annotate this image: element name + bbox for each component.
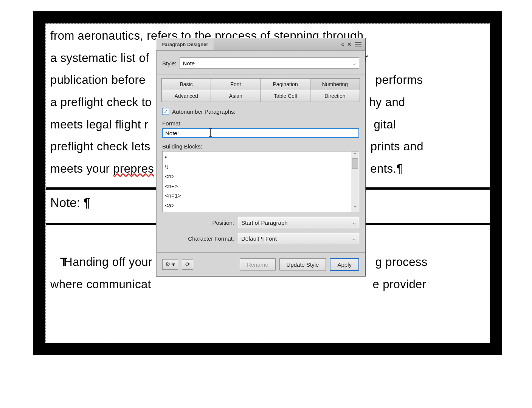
building-blocks-listbox[interactable]: • \t <n> <n+> <n=1> <a> ˄ ˅	[162, 151, 359, 212]
collapse-icon[interactable]: «	[341, 41, 344, 47]
list-item[interactable]: <a>	[165, 201, 349, 210]
dialog-title: Paragraph Designer	[156, 38, 214, 50]
scroll-thumb[interactable]	[352, 158, 358, 169]
list-item[interactable]: \t	[165, 162, 349, 172]
autonumber-label: Autonumber Paragraphs:	[172, 108, 236, 115]
list-item[interactable]: <n=1>	[165, 191, 349, 201]
tab-font[interactable]: Font	[211, 78, 261, 90]
autonumber-checkbox[interactable]: ✓	[162, 108, 169, 115]
panel-menu-icon[interactable]	[355, 41, 361, 48]
style-label: Style:	[162, 60, 177, 66]
style-select-value: Note	[183, 60, 195, 66]
tab-basic[interactable]: Basic	[161, 78, 211, 90]
tab-advanced[interactable]: Advanced	[161, 90, 211, 102]
scroll-down-icon[interactable]: ˅	[354, 205, 356, 212]
spellcheck-squiggle: prepres	[113, 162, 154, 175]
list-item[interactable]: <n+>	[165, 181, 349, 191]
listbox-scrollbar[interactable]: ˄ ˅	[351, 151, 359, 212]
chevron-down-icon: ⌵	[353, 220, 356, 226]
chevron-down-icon: ⌵	[353, 60, 356, 66]
style-select[interactable]: Note ⌵	[180, 57, 359, 69]
format-label: Format:	[162, 120, 359, 127]
position-select[interactable]: Start of Paragraph ⌵	[238, 217, 359, 228]
format-input[interactable]	[162, 128, 359, 138]
designer-tabs-row1: Basic Font Pagination Numbering	[156, 74, 365, 90]
list-item[interactable]: •	[165, 152, 349, 162]
gear-icon: ⚙ ▾	[165, 261, 175, 268]
tab-pagination[interactable]: Pagination	[261, 78, 310, 90]
charformat-value: Default ¶ Font	[241, 235, 277, 242]
list-item[interactable]: <n>	[165, 172, 349, 181]
scroll-up-icon[interactable]: ˄	[354, 151, 356, 158]
position-label: Position:	[162, 219, 234, 226]
tab-asian[interactable]: Asian	[211, 90, 261, 102]
charformat-select[interactable]: Default ¶ Font ⌵	[238, 233, 359, 244]
close-icon[interactable]: ✕	[347, 41, 352, 47]
chevron-down-icon: ⌵	[353, 236, 356, 241]
refresh-icon: ⟳	[185, 261, 190, 268]
update-style-button[interactable]: Update Style	[279, 258, 326, 270]
doc-line: where communicate provider	[50, 275, 485, 295]
rename-button[interactable]: Rename	[240, 258, 276, 270]
refresh-button[interactable]: ⟳	[182, 259, 193, 270]
tab-table-cell[interactable]: Table Cell	[261, 90, 310, 102]
settings-menu-button[interactable]: ⚙ ▾	[162, 259, 178, 270]
charformat-label: Character Format:	[162, 235, 234, 242]
building-blocks-label: Building Blocks:	[162, 143, 359, 150]
designer-tabs-row2: Advanced Asian Table Cell Direction	[156, 90, 365, 104]
dialog-titlebar[interactable]: Paragraph Designer « ✕	[156, 38, 365, 51]
position-value: Start of Paragraph	[241, 219, 288, 226]
tab-direction[interactable]: Direction	[310, 90, 360, 102]
tab-numbering[interactable]: Numbering	[310, 78, 360, 90]
paragraph-designer-dialog[interactable]: Paragraph Designer « ✕ Style: Note ⌵ Bas…	[156, 38, 366, 277]
apply-button[interactable]: Apply	[330, 258, 359, 271]
